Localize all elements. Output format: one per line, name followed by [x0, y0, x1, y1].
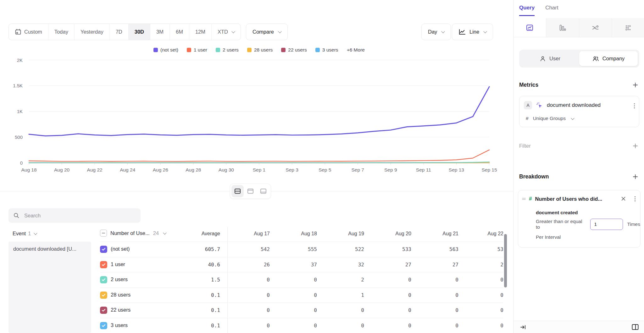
table-row: 1 user40.626373227272 — [100, 257, 503, 272]
row-label: 28 users — [111, 292, 130, 298]
legend-item[interactable]: 2 users — [216, 47, 239, 53]
range-label: 30D — [135, 29, 144, 35]
legend-item[interactable]: 22 users — [281, 47, 307, 53]
range-button-6m[interactable]: 6M — [170, 24, 189, 40]
collapse-panel-icon[interactable] — [520, 324, 526, 330]
add-filter-button[interactable] — [631, 142, 639, 150]
row-checkbox[interactable] — [100, 261, 107, 268]
metric-event-name[interactable]: document downloaded — [547, 102, 601, 108]
svg-text:1K: 1K — [17, 109, 23, 114]
legend-swatch — [216, 48, 220, 52]
event-column-header[interactable]: Event 1 — [13, 231, 37, 237]
row-label: 22 users — [111, 307, 130, 313]
legend-swatch — [153, 48, 158, 52]
date-column-header[interactable]: Aug 18 — [284, 231, 331, 237]
svg-text:Aug 20: Aug 20 — [54, 167, 70, 172]
series-count: 24 — [153, 230, 159, 236]
row-checkbox[interactable] — [100, 246, 107, 253]
row-checkbox[interactable] — [100, 276, 107, 283]
row-checkbox[interactable] — [100, 292, 107, 299]
entity-option-company[interactable]: Company — [579, 51, 638, 66]
legend-more-label[interactable]: +6 More — [347, 47, 365, 53]
drag-handle-icon[interactable] — [522, 197, 526, 200]
svg-text:500: 500 — [15, 134, 23, 140]
row-average-value: 605.7 — [176, 246, 220, 252]
insights-chart-icon[interactable] — [514, 18, 546, 37]
date-column-header[interactable]: Aug 17 — [237, 231, 284, 237]
entity-option-user[interactable]: User — [521, 51, 579, 66]
metrics-heading: Metrics — [519, 82, 538, 88]
table-scrollbar[interactable] — [504, 234, 507, 287]
row-checkbox[interactable] — [100, 322, 107, 329]
table-view-button[interactable] — [257, 185, 269, 197]
close-icon[interactable] — [621, 196, 626, 201]
legend-swatch — [281, 48, 286, 52]
date-column-header[interactable]: Aug 20 — [378, 231, 425, 237]
range-button-12m[interactable]: 12M — [189, 24, 212, 40]
svg-text:Aug 26: Aug 26 — [153, 167, 168, 172]
date-column-header[interactable]: Aug 21 — [425, 231, 473, 237]
split-view-button[interactable] — [231, 185, 244, 197]
breakdown-kebab-icon[interactable] — [634, 196, 636, 202]
per-interval-label[interactable]: Per Interval — [536, 234, 561, 240]
row-average-value: 1.5 — [176, 277, 220, 283]
date-column-header[interactable]: Aug 22 — [473, 231, 503, 237]
compare-label: Compare — [253, 29, 274, 35]
breakdown-title[interactable]: Number of Users who did... — [535, 196, 602, 202]
cell-value: 37 — [284, 262, 331, 268]
add-metric-button[interactable] — [631, 81, 639, 89]
range-button-7d[interactable]: 7D — [110, 24, 129, 40]
cell-value: 0 — [237, 323, 284, 329]
metric-card[interactable]: A document downloaded # Unique Groups — [519, 96, 639, 127]
metrics-section-header: Metrics — [519, 81, 639, 89]
range-button-custom[interactable]: Custom — [9, 24, 48, 40]
add-breakdown-button[interactable] — [631, 173, 639, 181]
cell-value: 1 — [331, 292, 378, 298]
flow-chart-icon[interactable] — [579, 18, 612, 37]
svg-text:Sep 5: Sep 5 — [319, 167, 331, 172]
metric-kebab-icon[interactable] — [634, 103, 635, 109]
tab-query[interactable]: Query — [519, 5, 535, 16]
chart-view-button[interactable] — [244, 185, 257, 197]
range-button-30d[interactable]: 30D — [129, 24, 150, 40]
data-grid-icon[interactable] — [612, 18, 644, 37]
select-all-checkbox[interactable] — [100, 230, 107, 237]
average-column-header: Average — [176, 231, 220, 237]
row-average-value: 0.1 — [176, 307, 220, 313]
range-button-xtd[interactable]: XTD — [212, 24, 241, 40]
range-label: XTD — [218, 29, 228, 35]
legend-item[interactable]: 3 users — [315, 47, 338, 53]
cell-value: 533 — [378, 246, 425, 252]
date-range-group: CustomTodayYesterday7D30D3M6M12MXTD — [8, 24, 241, 40]
row-average-value: 40.6 — [176, 262, 220, 268]
breakdown-card[interactable]: # Number of Users who did... document cr… — [518, 190, 641, 248]
chevron-down-icon — [571, 116, 574, 120]
table-search — [8, 208, 141, 223]
breakdown-event-name[interactable]: document created — [536, 210, 578, 216]
metric-aggregation-dropdown[interactable]: # Unique Groups — [526, 116, 574, 121]
interval-dropdown[interactable]: Day — [421, 24, 451, 40]
cell-value: 0 — [331, 323, 378, 329]
event-row-label[interactable]: document downloaded [U... — [8, 242, 91, 333]
compare-button[interactable]: Compare — [246, 24, 288, 40]
condition-value-input[interactable] — [590, 219, 623, 230]
search-input[interactable] — [24, 212, 132, 219]
range-button-yesterday[interactable]: Yesterday — [75, 24, 110, 40]
tab-chart[interactable]: Chart — [545, 5, 558, 16]
legend-item[interactable]: (not set) — [153, 47, 178, 53]
split-panel-icon[interactable] — [631, 323, 639, 331]
legend-label: 28 users — [254, 47, 273, 53]
series-column-header[interactable]: Number of Use... 24 — [100, 230, 166, 237]
row-checkbox[interactable] — [100, 307, 107, 314]
cell-value: 0 — [378, 323, 425, 329]
legend-item[interactable]: 28 users — [247, 47, 273, 53]
cell-value: 0 — [378, 292, 425, 298]
range-button-3m[interactable]: 3M — [150, 24, 170, 40]
legend-item[interactable]: 1 user — [187, 47, 207, 53]
range-button-today[interactable]: Today — [48, 24, 75, 40]
table-row: 22 users0.1000000 — [100, 303, 503, 318]
chart-style-dropdown[interactable]: Line — [452, 24, 493, 40]
date-column-header[interactable]: Aug 19 — [331, 231, 378, 237]
bar-chart-icon[interactable] — [546, 18, 579, 37]
range-label: Today — [54, 29, 68, 35]
